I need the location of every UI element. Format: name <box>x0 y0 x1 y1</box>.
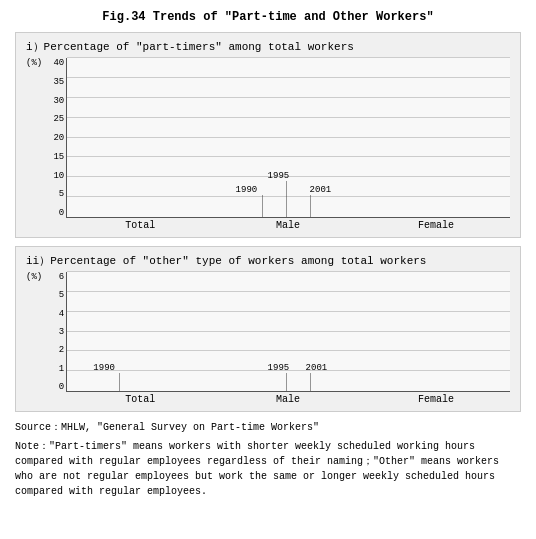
chart2-label: ii）Percentage of "other" type of workers… <box>26 253 510 268</box>
source-section: Source：MHLW, "General Survey on Part-tim… <box>15 420 521 435</box>
x-label-female-2: Female <box>362 394 510 405</box>
x-label-male-2: Male <box>214 394 362 405</box>
note-section: Note："Part-timers" means workers with sh… <box>15 439 521 499</box>
chart1-y-unit: (%) <box>26 58 42 68</box>
chart1-section: i）Percentage of "part-timers" among tota… <box>15 32 521 238</box>
x-label-total: Total <box>66 220 214 231</box>
note-prefix: Note： <box>15 441 49 452</box>
x-label-female: Female <box>362 220 510 231</box>
x-label-total-2: Total <box>66 394 214 405</box>
x-label-male: Male <box>214 220 362 231</box>
page-title: Fig.34 Trends of "Part-time and Other Wo… <box>15 10 521 24</box>
chart1-label: i）Percentage of "part-timers" among tota… <box>26 39 510 54</box>
note-text: "Part-timers" means workers with shorter… <box>15 441 499 497</box>
source-text: Source：MHLW, "General Survey on Part-tim… <box>15 420 521 435</box>
chart2-section: ii）Percentage of "other" type of workers… <box>15 246 521 412</box>
chart2-y-unit: (%) <box>26 272 42 282</box>
